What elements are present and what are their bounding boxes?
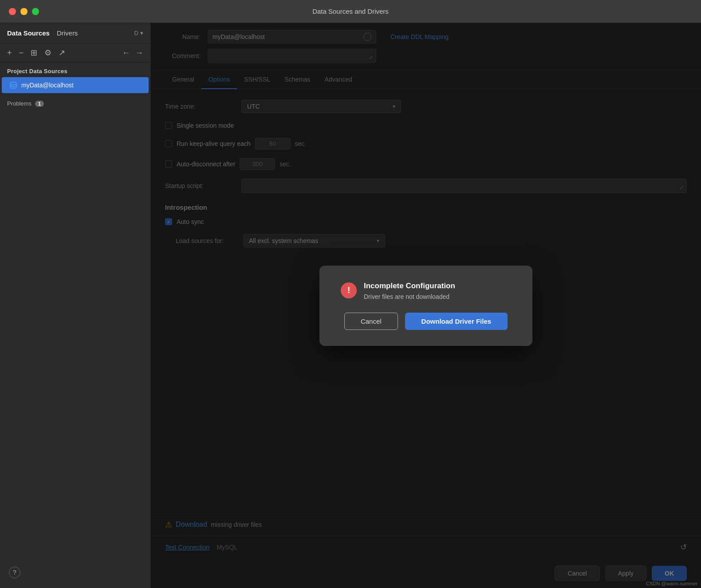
copy-button[interactable]: ⊞ [29,47,39,59]
sidebar-tabs: Data Sources Drivers D ▾ [0,23,150,43]
modal-text: Incomplete Configuration Driver files ar… [364,282,455,300]
datasource-label: myData@localhost [21,82,74,89]
remove-button[interactable]: − [17,47,26,59]
toolbar-nav: ← → [120,47,145,59]
window-title: Data Sources and Drivers [312,8,389,15]
modal-title: Incomplete Configuration [364,282,455,290]
modal-download-button[interactable]: Download Driver Files [405,313,508,330]
modal-error-icon: ! [341,282,357,298]
minimize-dot[interactable] [20,8,28,15]
help-button[interactable]: ? [9,567,20,578]
problems-label: Problems [7,100,32,107]
sidebar-expand[interactable]: D ▾ [134,30,143,36]
chevron-down-icon: ▾ [140,30,143,36]
forward-button[interactable]: → [134,47,145,59]
sidebar: Data Sources Drivers D ▾ + − ⊞ ⚙ ↗ ← → P… [0,23,151,588]
problems-section: Problems 1 [0,93,150,110]
modal-header: ! Incomplete Configuration Driver files … [341,282,511,300]
section-project-header: Project Data Sources [0,63,150,77]
export-button[interactable]: ↗ [57,47,67,59]
modal-subtitle: Driver files are not downloaded [364,293,455,300]
datasource-item-mydata[interactable]: myData@localhost [2,77,149,93]
window-controls [9,8,39,15]
problems-badge: 1 [35,101,44,107]
modal-cancel-button[interactable]: Cancel [344,313,398,330]
back-button[interactable]: ← [120,47,132,59]
sidebar-tab-drivers[interactable]: Drivers [57,27,78,39]
modal-overlay: ! Incomplete Configuration Driver files … [151,23,701,588]
modal-buttons: Cancel Download Driver Files [341,313,511,330]
sidebar-tab-datasources[interactable]: Data Sources [7,27,50,39]
sidebar-toolbar: + − ⊞ ⚙ ↗ ← → [0,43,150,63]
add-button[interactable]: + [5,47,14,59]
settings-button[interactable]: ⚙ [43,47,53,59]
maximize-dot[interactable] [32,8,39,15]
watermark: CSDN @warm-summer [646,581,697,586]
close-dot[interactable] [9,8,16,15]
modal-dialog: ! Incomplete Configuration Driver files … [319,266,532,346]
sidebar-tab-extra: D [134,30,138,36]
main-content: Name: myData@localhost Create DDL Mappin… [151,23,701,588]
database-icon [9,81,18,90]
main-layout: Data Sources Drivers D ▾ + − ⊞ ⚙ ↗ ← → P… [0,23,701,588]
title-bar: Data Sources and Drivers [0,0,701,23]
